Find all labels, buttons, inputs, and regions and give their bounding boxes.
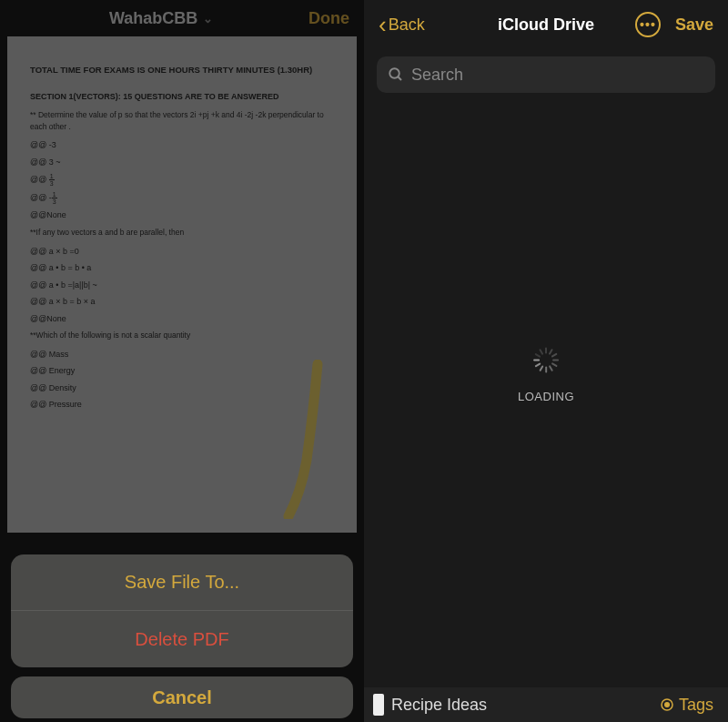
back-label: Back — [389, 15, 425, 35]
recent-folder[interactable]: Recipe Ideas — [373, 694, 487, 716]
search-placeholder: Search — [411, 66, 463, 85]
loading-indicator: LOADING — [518, 348, 574, 403]
bottom-bar: Recipe Ideas Tags — [364, 687, 728, 722]
document-icon — [373, 694, 384, 716]
spinner-icon — [533, 348, 559, 373]
cancel-button[interactable]: Cancel — [11, 676, 353, 718]
page-title: iCloud Drive — [498, 15, 594, 35]
folder-name: Recipe Ideas — [391, 696, 487, 715]
delete-pdf-button[interactable]: Delete PDF — [11, 611, 353, 667]
save-button[interactable]: Save — [675, 15, 713, 35]
action-sheet: Save File To... Delete PDF Cancel — [0, 554, 364, 722]
tags-button[interactable]: Tags — [659, 696, 713, 715]
header: ‹ Back iCloud Drive ••• Save — [364, 0, 728, 49]
search-input[interactable]: Search — [377, 56, 715, 93]
tag-icon — [659, 697, 675, 713]
loading-text: LOADING — [518, 390, 574, 403]
save-file-to-button[interactable]: Save File To... — [11, 554, 353, 611]
svg-point-3 — [665, 703, 670, 707]
search-icon — [388, 66, 404, 83]
svg-line-1 — [398, 76, 401, 80]
svg-point-0 — [389, 68, 399, 78]
chevron-left-icon: ‹ — [379, 13, 387, 36]
back-button[interactable]: ‹ Back — [379, 13, 425, 36]
tags-label: Tags — [679, 696, 713, 715]
more-options-icon[interactable]: ••• — [635, 12, 661, 37]
